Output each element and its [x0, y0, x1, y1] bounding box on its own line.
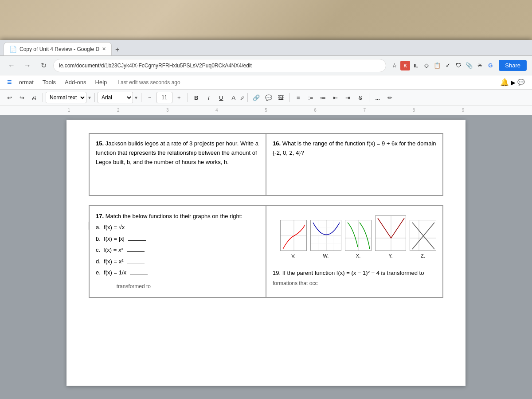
ruler-mark-3: 3: [166, 108, 169, 113]
ext-shield-icon[interactable]: 🛡: [454, 61, 463, 70]
ruler-mark-8: 8: [413, 108, 415, 113]
transformed-to-text: transformed to: [96, 282, 259, 292]
back-button[interactable]: ←: [5, 59, 18, 72]
underline-button[interactable]: U: [215, 92, 227, 103]
ext-il-icon[interactable]: IL: [411, 61, 421, 70]
ext-asterisk-icon[interactable]: ✳: [475, 61, 485, 70]
ext-k-icon[interactable]: K: [400, 61, 410, 70]
share-button[interactable]: Share: [499, 60, 527, 71]
problem-16-cell[interactable]: 16. What is the range of the function f(…: [266, 133, 443, 196]
last-edit-text: Last edit was seconds ago: [114, 78, 184, 87]
match-item-a: a. f(x) = √x: [96, 222, 259, 232]
tab-favicon: 📄: [9, 46, 17, 53]
print-button[interactable]: 🖨: [28, 92, 40, 103]
ruler: 1 2 3 4 5 6 7 8 9: [0, 106, 532, 115]
image-button[interactable]: 🖼: [275, 92, 287, 103]
align-left-button[interactable]: ≡: [293, 92, 304, 103]
match-label-b: b. f(x) = |x|: [96, 234, 125, 244]
ruler-mark-6: 6: [314, 108, 317, 113]
font-size-input[interactable]: [156, 92, 172, 103]
undo-button[interactable]: ↩: [4, 92, 15, 103]
graph-x-label: X.: [356, 252, 360, 261]
ruler-mark-2: 2: [117, 108, 120, 113]
graph-v-svg: [280, 220, 307, 251]
graph-x-svg: [345, 220, 372, 251]
extension-icons: ☆ K IL ◇ 📋 ✓ 🛡 📎 ✳ G: [390, 61, 495, 70]
present-icon[interactable]: ▶: [511, 79, 516, 86]
match-label-c: c. f(x) = x³: [96, 245, 123, 255]
problem-17-cell[interactable]: 17. Match the below functions to their g…: [89, 205, 266, 297]
ext-doc-icon[interactable]: 📋: [432, 61, 442, 70]
indent-decrease-button[interactable]: ⇤: [330, 92, 341, 103]
text-cursor: [89, 222, 89, 230]
indent-increase-button[interactable]: ⇥: [342, 92, 354, 103]
document-area[interactable]: 15. Jackson builds legos at a rate of 3 …: [0, 115, 532, 399]
address-bar-row: ← → ↻ le.com/document/d/1b23CJyk4lX-FcCg…: [0, 56, 532, 75]
match-item-e: e. f(x) = 1/x: [96, 267, 259, 278]
match-blank-d[interactable]: [127, 263, 145, 263]
active-tab[interactable]: 📄 Copy of Unit 4 Review - Google D ✕: [4, 42, 112, 55]
graph-y-box: Y.: [375, 215, 406, 261]
notification-icon[interactable]: 🔔: [500, 78, 509, 86]
font-color-arrow: 🖊: [240, 95, 245, 100]
style-dropdown-arrow: ▼: [87, 95, 92, 100]
problem-19-suffix: formations that occ: [273, 280, 317, 286]
menu-ormat[interactable]: ormat: [16, 77, 37, 87]
comment-add-button[interactable]: 💬: [263, 92, 274, 103]
italic-button[interactable]: I: [203, 92, 215, 103]
link-button[interactable]: 🔗: [250, 92, 262, 103]
problem-15-text: 15. Jackson builds legos at a rate of 3 …: [96, 139, 259, 167]
forward-button[interactable]: →: [21, 59, 34, 72]
edit-mode-button[interactable]: ✏: [384, 92, 396, 103]
docs-menu-bar: ≡ ormat Tools Add-ons Help Last edit was…: [0, 75, 532, 90]
graph-v-box: V.: [280, 220, 307, 261]
document-page: 15. Jackson builds legos at a rate of 3 …: [66, 120, 466, 386]
ext-arrow-icon[interactable]: ◇: [422, 61, 431, 70]
list-ordered-button[interactable]: :=: [305, 92, 317, 103]
new-tab-button[interactable]: +: [112, 44, 123, 55]
graph-w-svg: [310, 220, 341, 251]
match-blank-e[interactable]: [130, 274, 148, 274]
url-bar[interactable]: le.com/document/d/1b23CJyk4lX-FcCgmyRFRH…: [53, 59, 386, 72]
font-dropdown[interactable]: Arial: [98, 92, 133, 103]
graph-x-box: X.: [345, 220, 372, 261]
menu-addons[interactable]: Add-ons: [61, 77, 90, 87]
ruler-mark-1: 1: [68, 108, 70, 113]
menu-help[interactable]: Help: [92, 77, 111, 87]
format-toolbar: ↩ ↪ 🖨 Normal text ▼ Arial ▼ − + B I U A …: [0, 90, 532, 106]
font-size-decrease[interactable]: −: [144, 92, 156, 103]
redo-button[interactable]: ↪: [16, 92, 27, 103]
ext-g-icon[interactable]: G: [485, 61, 495, 70]
font-size-increase[interactable]: +: [173, 92, 185, 103]
problem-16-text: 16. What is the range of the function f(…: [273, 139, 436, 158]
strikethrough-button[interactable]: S̶: [355, 92, 366, 103]
url-text: le.com/document/d/1b23CJyk4lX-FcCgmyRFRH…: [59, 63, 252, 69]
more-options-button[interactable]: ...: [372, 92, 383, 103]
problem-15-cell[interactable]: 15. Jackson builds legos at a rate of 3 …: [89, 133, 266, 196]
style-dropdown[interactable]: Normal text: [46, 92, 86, 103]
bold-button[interactable]: B: [191, 92, 202, 103]
match-blank-a[interactable]: [128, 229, 146, 229]
list-bullet-button[interactable]: ≔: [317, 92, 329, 103]
graph-y-svg: [375, 215, 406, 251]
problem-19-partial: 19. If the parent function f(x) = (x − 1…: [273, 268, 436, 289]
comment-icon[interactable]: 💬: [517, 79, 525, 86]
match-label-a: a. f(x) = √x: [96, 222, 125, 232]
tab-bar: 📄 Copy of Unit 4 Review - Google D ✕ +: [0, 40, 532, 56]
tab-title: Copy of Unit 4 Review - Google D: [20, 46, 99, 52]
reload-button[interactable]: ↻: [37, 59, 50, 72]
match-label-d: d. f(x) = x²: [96, 256, 123, 266]
menu-tools[interactable]: Tools: [39, 77, 59, 87]
problem-grid-bottom: 17. Match the below functions to their g…: [89, 205, 443, 298]
star-icon[interactable]: ☆: [390, 61, 399, 70]
match-blank-b[interactable]: [128, 240, 146, 241]
toolbar-separator-6: [289, 93, 290, 102]
tab-close-button[interactable]: ✕: [102, 46, 106, 52]
graph-z-svg: [410, 220, 436, 251]
match-blank-c[interactable]: [127, 251, 145, 252]
ruler-mark-5: 5: [265, 108, 267, 113]
ext-clip-icon[interactable]: 📎: [464, 61, 474, 70]
font-color-button[interactable]: A: [228, 92, 239, 103]
problem-grid-top: 15. Jackson builds legos at a rate of 3 …: [89, 133, 443, 196]
ext-check-icon[interactable]: ✓: [443, 61, 453, 70]
